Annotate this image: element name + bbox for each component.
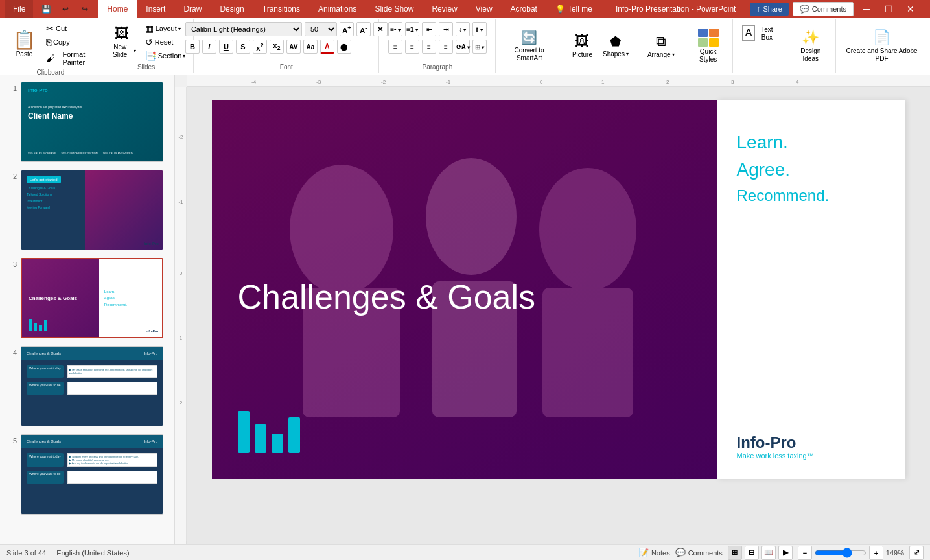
- shapes-button[interactable]: ⬟ Shapes▾: [599, 31, 633, 61]
- strikethrough-button[interactable]: S: [236, 40, 250, 54]
- numbering-button[interactable]: ≡1▾: [405, 22, 419, 36]
- picture-button[interactable]: 🖼 Picture: [568, 30, 596, 62]
- share-button[interactable]: ↑ Share: [750, 3, 788, 16]
- main-slide[interactable]: Challenges & Goals: [212, 100, 717, 479]
- tab-home[interactable]: Home: [98, 0, 137, 18]
- align-left-button[interactable]: ≡: [388, 40, 402, 54]
- thumb2-btn: Let's get started: [27, 176, 61, 183]
- svg-text:0: 0: [540, 79, 543, 85]
- zoom-out-button[interactable]: −: [798, 546, 812, 560]
- format-painter-button[interactable]: 🖌 Format Painter: [43, 49, 93, 67]
- tab-review[interactable]: Review: [423, 0, 466, 18]
- text-direction-button[interactable]: ⟳A▾: [456, 40, 470, 54]
- align-center-button[interactable]: ≡: [405, 40, 419, 54]
- comments-status-button[interactable]: 💬 Comments: [675, 548, 723, 557]
- create-share-pdf-button[interactable]: 📄 Create and Share Adobe PDF: [841, 27, 922, 65]
- tab-insert[interactable]: Insert: [137, 0, 174, 18]
- comments-button[interactable]: 💬 Comments: [793, 2, 854, 16]
- italic-button[interactable]: I: [202, 40, 216, 54]
- font-size-select[interactable]: 50: [305, 22, 337, 36]
- slide-number-2: 2: [4, 170, 17, 180]
- redo-qat-button[interactable]: ↪: [76, 0, 94, 18]
- tab-tell-me[interactable]: 💡 Tell me: [546, 0, 601, 18]
- zoom-slider[interactable]: [815, 548, 866, 558]
- textbox-button[interactable]: A Text Box: [738, 22, 780, 44]
- tab-transitions[interactable]: Transitions: [253, 0, 309, 18]
- decrease-font-size-button[interactable]: A-: [356, 22, 371, 36]
- reading-view-button[interactable]: 📖: [761, 546, 776, 560]
- convert-smartart-button[interactable]: 🔄 Convert to SmartArt: [501, 27, 557, 65]
- tagline-recommend: Recommend.: [737, 187, 886, 205]
- slide-item-5[interactable]: 5 Challenges & Goals Info-Pro Where you'…: [3, 433, 172, 516]
- justify-button[interactable]: ≡: [439, 40, 453, 54]
- slide-item-1[interactable]: 1 Info-Pro A solution set prepared exclu…: [3, 80, 172, 163]
- infopro-logo: Info-Pro Make work less taxing™: [737, 434, 886, 460]
- create-share-label: Create and Share Adobe PDF: [845, 47, 918, 63]
- superscript-button[interactable]: x2: [253, 40, 267, 54]
- thumb1-subtitle: A solution set prepared exclusively for: [28, 105, 82, 109]
- new-slide-button[interactable]: 🖼 New Slide ▾: [104, 23, 140, 62]
- font-family-select[interactable]: Calibri Light (Headings): [185, 22, 302, 36]
- bullets-button[interactable]: ≡•▾: [388, 22, 402, 36]
- slide-thumb-4[interactable]: Challenges & Goals Info-Pro Where you're…: [21, 346, 163, 426]
- slide-thumb-1[interactable]: Info-Pro A solution set prepared exclusi…: [21, 82, 163, 162]
- inc-indent-button[interactable]: ⇥: [439, 22, 453, 36]
- notes-button[interactable]: 📝 Notes: [638, 548, 670, 557]
- paste-label: Paste: [16, 51, 33, 58]
- minimize-button[interactable]: ─: [857, 0, 876, 18]
- paragraph-group-label: Paragraph: [423, 62, 453, 71]
- design-ideas-button[interactable]: ✨ Design Ideas: [791, 27, 830, 65]
- fit-slide-button[interactable]: ⤢: [909, 546, 924, 560]
- slide-item-3[interactable]: 3 Challenges & Goals Learn. Agree. Recom…: [3, 257, 172, 340]
- tab-acrobat[interactable]: Acrobat: [502, 0, 546, 18]
- bold-button[interactable]: B: [185, 40, 200, 54]
- slide-thumb-2[interactable]: Let's get started Challenges & Goals Tai…: [21, 170, 163, 250]
- tab-design[interactable]: Design: [211, 0, 253, 18]
- highlight-button[interactable]: ⬤: [337, 40, 351, 54]
- maximize-button[interactable]: ☐: [879, 0, 898, 18]
- slide-item-2[interactable]: 2 Let's get started Challenges & Goals T…: [3, 169, 172, 251]
- svg-rect-0: [187, 75, 900, 87]
- slide-item-4[interactable]: 4 Challenges & Goals Info-Pro Where you'…: [3, 345, 172, 428]
- comments-label: Comments: [812, 5, 846, 13]
- align-text-button[interactable]: ⊞▾: [472, 40, 487, 54]
- char-spacing-button[interactable]: AV: [286, 40, 301, 54]
- dec-indent-button[interactable]: ⇤: [422, 22, 436, 36]
- zoom-in-button[interactable]: +: [869, 546, 883, 560]
- quick-styles-button[interactable]: Quick Styles: [690, 26, 727, 66]
- case-button[interactable]: Aa: [303, 40, 318, 54]
- layout-button[interactable]: ▦ Layout ▾: [143, 22, 189, 35]
- increase-font-size-button[interactable]: A+: [340, 22, 354, 36]
- slideshow-button[interactable]: ▶: [778, 546, 793, 560]
- section-button[interactable]: 📑 Section ▾: [143, 49, 189, 62]
- cut-button[interactable]: ✂ Cut: [43, 22, 93, 35]
- svg-text:1: 1: [180, 335, 183, 341]
- subscript-button[interactable]: x2: [270, 40, 284, 54]
- paste-button[interactable]: 📋 Paste: [8, 30, 41, 60]
- arrange-button[interactable]: ⧉ Arrange▾: [644, 30, 679, 62]
- slide-thumb-5[interactable]: Challenges & Goals Info-Pro Where you're…: [21, 434, 163, 515]
- line-spacing-button[interactable]: ↕▾: [456, 22, 470, 36]
- close-button[interactable]: ✕: [901, 0, 920, 18]
- tab-view[interactable]: View: [467, 0, 502, 18]
- svg-text:0: 0: [180, 270, 183, 276]
- slide-canvas-area[interactable]: Challenges & Goals Learn. Agr: [187, 87, 930, 544]
- columns-button[interactable]: ⫿▾: [472, 22, 487, 36]
- copy-button[interactable]: ⎘ Copy: [43, 36, 93, 49]
- save-qat-button[interactable]: 💾: [37, 0, 55, 18]
- tab-animations[interactable]: Animations: [309, 0, 366, 18]
- tab-slideshow[interactable]: Slide Show: [366, 0, 423, 18]
- slide-thumb-3[interactable]: Challenges & Goals Learn. Agree. Recomme…: [21, 258, 163, 338]
- undo-qat-button[interactable]: ↩: [56, 0, 75, 18]
- file-menu-button[interactable]: File: [5, 0, 33, 18]
- align-right-button[interactable]: ≡: [422, 40, 436, 54]
- normal-view-button[interactable]: ⊞: [728, 546, 742, 560]
- slides-group: 🖼 New Slide ▾ ▦ Layout ▾ ↺ Reset: [99, 19, 194, 73]
- underline-button[interactable]: U: [219, 40, 233, 54]
- slide-sorter-button[interactable]: ⊟: [745, 546, 759, 560]
- reset-button[interactable]: ↺ Reset: [143, 36, 189, 49]
- shapes-label: Shapes▾: [603, 51, 629, 58]
- infopro-tagline: Make work less taxing™: [737, 452, 886, 460]
- font-color-button[interactable]: A: [320, 40, 334, 54]
- tab-draw[interactable]: Draw: [174, 0, 211, 18]
